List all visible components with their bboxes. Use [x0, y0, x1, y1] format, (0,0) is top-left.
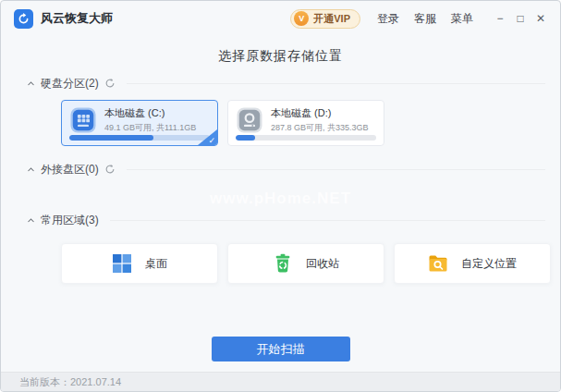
section-divider: [127, 83, 545, 84]
support-link[interactable]: 客服: [414, 11, 436, 27]
titlebar: 风云恢复大师 V 开通VIP 登录 客服 菜单 − □ ✕: [1, 1, 560, 36]
disk-usage-fill: [236, 135, 255, 141]
disk-usage-bar: [236, 135, 376, 141]
collapse-chevron-icon[interactable]: [27, 165, 35, 174]
section-title-external-disks: 外接盘区(0): [41, 162, 99, 178]
vip-label: 开通VIP: [313, 12, 350, 26]
close-button[interactable]: ✕: [532, 12, 549, 25]
app-window: 风云恢复大师 V 开通VIP 登录 客服 菜单 − □ ✕ 选择原数据存储位置 …: [0, 0, 561, 392]
disk-card-c-text: 本地磁盘 (C:) 49.1 GB可用, 共111.1GB: [104, 106, 196, 134]
maximize-button[interactable]: □: [512, 12, 529, 25]
desktop-card[interactable]: 桌面: [61, 243, 218, 284]
version-text: 当前版本：2021.07.14: [19, 376, 121, 387]
windows-logo-icon: [112, 253, 132, 274]
vip-badge-icon: V: [294, 11, 309, 26]
disk-card-c-main: 本地磁盘 (C:) 49.1 GB可用, 共111.1GB: [62, 101, 217, 134]
common-label: 自定义位置: [461, 256, 517, 272]
collapse-chevron-icon[interactable]: [27, 216, 35, 225]
menu-link[interactable]: 菜单: [451, 11, 473, 27]
disk-name: 本地磁盘 (C:): [104, 106, 196, 120]
folder-search-icon: [428, 253, 448, 274]
section-divider: [110, 220, 545, 221]
page-title: 选择原数据存储位置: [1, 36, 560, 65]
app-logo-icon: [14, 9, 33, 29]
hard-disk-blue-icon: [70, 107, 96, 133]
start-scan-button[interactable]: 开始扫描: [212, 337, 350, 361]
section-title-common-areas: 常用区域(3): [41, 213, 99, 228]
disk-card-d-text: 本地磁盘 (D:) 287.8 GB可用, 共335.3GB: [271, 106, 369, 134]
statusbar: 当前版本：2021.07.14: [1, 372, 560, 391]
disk-capacity: 49.1 GB可用, 共111.1GB: [104, 122, 196, 134]
disk-usage-fill: [69, 135, 153, 141]
custom-location-card[interactable]: 自定义位置: [394, 243, 551, 284]
open-vip-button[interactable]: V 开通VIP: [290, 9, 360, 29]
disk-card-d[interactable]: 本地磁盘 (D:) 287.8 GB可用, 共335.3GB: [227, 100, 384, 146]
collapse-chevron-icon[interactable]: [27, 80, 35, 88]
section-header-disk-partitions: 硬盘分区(2): [27, 75, 545, 92]
selected-check-icon: ✓: [208, 136, 215, 145]
common-label: 桌面: [145, 256, 167, 272]
disk-card-c[interactable]: 本地磁盘 (C:) 49.1 GB可用, 共111.1GB ✓: [61, 100, 218, 146]
disk-usage-bar: [69, 135, 210, 141]
section-header-external-disks: 外接盘区(0): [27, 161, 545, 178]
main-content: 选择原数据存储位置 硬盘分区(2): [1, 36, 560, 372]
recycle-bin-card[interactable]: 回收站: [227, 243, 384, 284]
common-area-row: 桌面 回收站 自定义位置: [61, 243, 560, 284]
disk-card-d-main: 本地磁盘 (D:) 287.8 GB可用, 共335.3GB: [228, 101, 384, 134]
app-title: 风云恢复大师: [41, 10, 113, 27]
recycle-bin-icon: [273, 253, 293, 274]
refresh-icon[interactable]: [104, 164, 116, 175]
section-divider: [127, 169, 545, 170]
section-title-disk-partitions: 硬盘分区(2): [41, 76, 99, 92]
disk-card-row: 本地磁盘 (C:) 49.1 GB可用, 共111.1GB ✓: [61, 100, 560, 146]
refresh-icon[interactable]: [104, 78, 116, 89]
watermark-text: www.pHome.NET: [1, 190, 560, 208]
disk-name: 本地磁盘 (D:): [271, 106, 369, 120]
login-link[interactable]: 登录: [377, 11, 399, 27]
disk-capacity: 287.8 GB可用, 共335.3GB: [271, 122, 369, 134]
titlebar-actions: V 开通VIP 登录 客服 菜单 − □ ✕: [290, 9, 549, 29]
minimize-button[interactable]: −: [492, 12, 508, 25]
section-header-common-areas: 常用区域(3): [27, 212, 545, 228]
hard-disk-gray-icon: [237, 107, 262, 133]
common-label: 回收站: [306, 256, 339, 272]
